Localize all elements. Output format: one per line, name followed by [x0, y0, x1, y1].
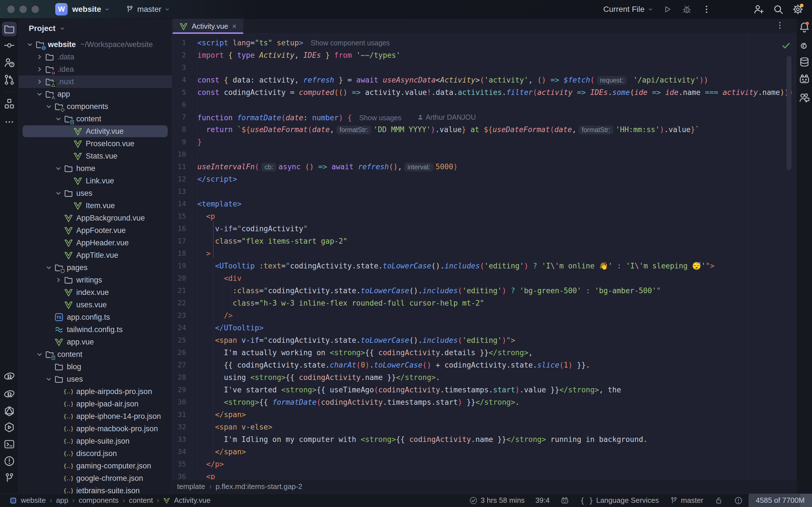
code-line[interactable]: 35 </p>	[172, 458, 796, 470]
code-author-hint[interactable]: Arthur DANJOU	[417, 111, 476, 123]
code-line[interactable]: 19 <UTooltip :text="codingActivity.state…	[172, 260, 796, 272]
breadcrumb-element[interactable]: p.flex.md:items-start.gap-2	[215, 482, 302, 491]
tree-chevron-icon[interactable]	[54, 165, 62, 172]
tree-item-content[interactable]: content	[18, 348, 172, 360]
code-line[interactable]: 34 </span>	[172, 446, 796, 458]
robot-icon[interactable]	[797, 72, 812, 87]
language-services-widget[interactable]: { } Language Services	[580, 496, 659, 505]
code-line[interactable]: 2import { type Activity, IDEs } from '~~…	[172, 49, 796, 61]
tree-chevron-icon[interactable]	[45, 103, 53, 110]
tree-item-blog[interactable]: blog	[18, 360, 172, 373]
tree-item-website[interactable]: website~/Workspace/website	[18, 38, 172, 51]
tree-item-app-vue[interactable]: app.vue	[18, 336, 172, 348]
code-line[interactable]: 22 class="h-3 w-3 inline-flex rounded-fu…	[172, 297, 796, 309]
tree-chevron-icon[interactable]	[36, 78, 43, 86]
line-number[interactable]: 5	[172, 86, 197, 99]
contributors-icon[interactable]: ?	[2, 55, 17, 70]
tree-chevron-icon[interactable]	[36, 350, 43, 358]
line-number[interactable]: 36	[172, 470, 197, 480]
line-number[interactable]: 22	[172, 297, 197, 309]
debug-button[interactable]	[680, 3, 693, 15]
line-number[interactable]: 27	[172, 359, 197, 371]
code-line[interactable]: 1<script lang="ts" setup>Show component …	[172, 37, 796, 49]
tree-item-appfooter-vue[interactable]: AppFooter.vue	[18, 224, 172, 237]
code-with-me-icon[interactable]	[797, 90, 812, 105]
code-line[interactable]: 36 <p	[172, 470, 796, 480]
tree-chevron-icon[interactable]	[54, 276, 62, 284]
line-number[interactable]: 30	[172, 396, 197, 408]
line-number[interactable]: 8	[172, 123, 197, 136]
breadcrumb-template[interactable]: template	[177, 482, 205, 491]
code-line[interactable]: 5const codingActivity = computed(() => a…	[172, 86, 796, 99]
memory-indicator[interactable]: 4585 of 7700M	[749, 494, 812, 507]
inspections-ok-icon[interactable]	[780, 40, 792, 51]
line-number[interactable]: 7	[172, 111, 197, 123]
line-number[interactable]: 1	[172, 37, 197, 49]
line-number[interactable]: 31	[172, 408, 197, 421]
status-breadcrumb-item[interactable]: content	[129, 496, 153, 505]
code-line[interactable]: 23 />	[172, 309, 796, 322]
tree-item-writings[interactable]: writings	[18, 274, 172, 286]
branch-selector[interactable]: master	[137, 5, 161, 14]
tree-item-apple-ipad-air-json[interactable]: {‥}apple-ipad-air.json	[18, 398, 172, 410]
editor-scrollbar[interactable]	[786, 56, 792, 170]
tree-item-activity-vue[interactable]: Activity.vue	[18, 125, 172, 137]
git-branch-icon[interactable]	[2, 471, 17, 485]
tree-item-index-vue[interactable]: index.vue	[18, 286, 172, 298]
problems-widget[interactable]	[734, 496, 743, 505]
more-icon[interactable]	[2, 115, 17, 129]
structure-icon[interactable]	[2, 96, 17, 111]
code-line[interactable]: 26 I'm actually working on <strong>{{ co…	[172, 346, 796, 359]
line-number[interactable]: 21	[172, 284, 197, 297]
tree-item-app-config-ts[interactable]: TSapp.config.ts	[18, 311, 172, 323]
line-number[interactable]: 34	[172, 446, 197, 458]
code-line[interactable]: 12</script>	[172, 173, 796, 185]
line-number[interactable]: 29	[172, 384, 197, 396]
search-everywhere-button[interactable]	[772, 3, 784, 15]
line-number[interactable]: 17	[172, 235, 197, 247]
tree-item-content[interactable]: content	[18, 113, 172, 125]
code-line[interactable]: 4const { data: activity, refresh } = awa…	[172, 74, 796, 86]
terminal-icon[interactable]	[2, 437, 17, 452]
line-number[interactable]: 3	[172, 61, 197, 74]
vcs-graph-icon[interactable]	[2, 72, 17, 87]
r-plugin-icon[interactable]: R	[2, 369, 17, 384]
time-tracker-widget[interactable]: 3 hrs 58 mins	[469, 496, 525, 505]
tab-close-icon[interactable]: ×	[232, 22, 237, 31]
tree-item-proseicon-vue[interactable]: ProseIcon.vue	[18, 137, 172, 150]
code-line[interactable]: 21 :class="codingActivity.state.toLowerC…	[172, 284, 796, 297]
code-line[interactable]: 25 <span v-if="codingActivity.state.toLo…	[172, 334, 796, 346]
run-hexagon-icon[interactable]	[2, 420, 17, 435]
database-icon[interactable]	[797, 55, 812, 69]
tree-item-appbackground-vue[interactable]: AppBackground.vue	[18, 212, 172, 224]
line-number[interactable]: 26	[172, 346, 197, 359]
add-user-button[interactable]	[752, 3, 765, 15]
tree-item-gaming-computer-json[interactable]: {‥}gaming-computer.json	[18, 460, 172, 472]
tree-item-jetbrains-suite-json[interactable]: {‥}jetbrains-suite.json	[18, 485, 172, 494]
line-number[interactable]: 24	[172, 322, 197, 334]
code-line[interactable]: 10	[172, 148, 796, 161]
line-number[interactable]: 6	[172, 99, 197, 111]
inlay-hint[interactable]: request:	[597, 76, 626, 85]
code-line[interactable]: 14<template>	[172, 198, 796, 210]
tree-chevron-icon[interactable]	[36, 90, 43, 98]
window-controls[interactable]	[7, 6, 39, 13]
line-number[interactable]: 16	[172, 223, 197, 235]
ai-assistant-icon[interactable]	[797, 39, 812, 53]
line-number[interactable]: 12	[172, 173, 197, 185]
line-number[interactable]: 15	[172, 210, 197, 223]
code-line[interactable]: 15 <p	[172, 210, 796, 223]
tree-item-apptitle-vue[interactable]: AppTitle.vue	[18, 249, 172, 262]
line-number[interactable]: 11	[172, 161, 197, 173]
line-number[interactable]: 28	[172, 371, 197, 384]
run-button[interactable]	[661, 3, 673, 15]
tree-chevron-icon[interactable]	[45, 375, 53, 383]
tree-item-uses[interactable]: uses	[18, 373, 172, 385]
code-line[interactable]: 7function formatDate(date: number) {Show…	[172, 111, 796, 123]
code-line[interactable]: 24 </UTooltip>	[172, 322, 796, 334]
tree-item-apple-suite-json[interactable]: {‥}apple-suite.json	[18, 435, 172, 447]
line-number[interactable]: 9	[172, 136, 197, 148]
line-number[interactable]: 23	[172, 309, 197, 322]
code-line[interactable]: 28 using <strong>{{ codingActivity.name …	[172, 371, 796, 384]
r-plugin-icon[interactable]: R	[2, 387, 17, 402]
